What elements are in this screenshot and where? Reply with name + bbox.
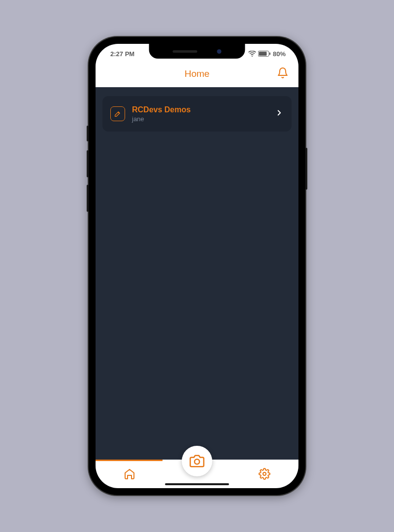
home-indicator[interactable] [165, 483, 229, 485]
speaker [173, 50, 197, 53]
wifi-icon [248, 51, 256, 57]
nav-home-button[interactable] [115, 468, 144, 480]
account-subtitle: jane [132, 115, 268, 123]
volume-up-button [87, 150, 89, 177]
screen: 2:27 PM 80% Home [96, 44, 298, 488]
status-right: 80% [248, 50, 287, 58]
camera-icon [190, 454, 204, 468]
svg-point-4 [195, 459, 199, 464]
battery-percent: 80% [273, 50, 286, 58]
scan-camera-button[interactable] [182, 446, 212, 476]
volume-down-button [87, 185, 89, 212]
svg-rect-2 [269, 53, 270, 55]
nav-settings-button[interactable] [250, 468, 279, 480]
app-header: Home [96, 61, 298, 87]
gear-icon [259, 468, 270, 480]
power-button [305, 148, 307, 190]
home-icon [124, 468, 135, 480]
bell-icon [277, 67, 289, 79]
front-camera [217, 49, 222, 54]
content-area: RCDevs Demos jane [96, 87, 298, 460]
nav-active-indicator [96, 460, 163, 461]
notch [149, 44, 245, 59]
chevron-right-icon [275, 108, 284, 119]
svg-rect-1 [259, 52, 266, 56]
account-title: RCDevs Demos [132, 105, 268, 114]
account-card-body: RCDevs Demos jane [132, 105, 268, 123]
svg-point-3 [263, 472, 266, 475]
battery-icon [258, 51, 271, 57]
mute-switch [87, 126, 89, 141]
status-time: 2:27 PM [107, 50, 134, 58]
account-card[interactable]: RCDevs Demos jane [102, 96, 292, 132]
phone-frame: 2:27 PM 80% Home [89, 37, 305, 495]
token-icon [110, 106, 125, 121]
notifications-button[interactable] [277, 67, 289, 81]
page-title: Home [185, 68, 210, 79]
